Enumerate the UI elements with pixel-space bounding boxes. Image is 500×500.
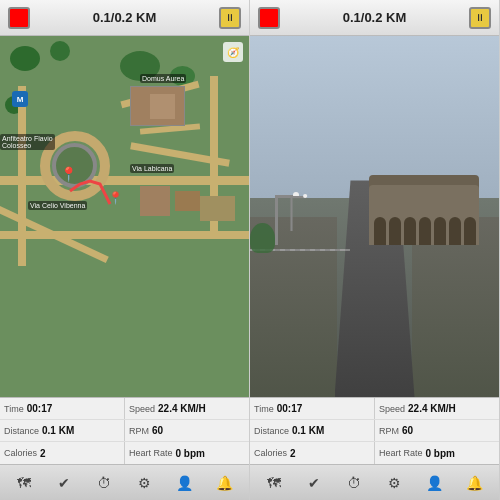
time-cell-right: Time 00:17 — [250, 403, 374, 414]
stats-row-3: Calories 2 Heart Rate 0 bpm — [0, 442, 249, 464]
lamppost-pole-2 — [290, 196, 292, 231]
stop-button[interactable] — [8, 7, 30, 29]
stats-table-left: Time 00:17 Speed 22.4 KM/H Distance 0.1 … — [0, 397, 249, 464]
street-view-area[interactable] — [250, 36, 499, 397]
stats-row-3-right: Calories 2 Heart Rate 0 bpm — [250, 442, 499, 464]
distance-cell-right: Distance 0.1 KM — [250, 425, 374, 436]
settings-icon[interactable]: ⚙ — [131, 469, 159, 497]
distance-display-right: 0.1/0.2 KM — [280, 10, 469, 25]
speed-cell-right: Speed 22.4 KM/H — [375, 403, 499, 414]
timer-icon-r[interactable]: ⏱ — [340, 469, 368, 497]
metro-marker: M — [12, 91, 28, 107]
calories-cell: Calories 2 — [0, 448, 124, 459]
person-icon-r[interactable]: 👤 — [421, 469, 449, 497]
lamp-2 — [303, 194, 307, 198]
stats-row-1: Time 00:17 Speed 22.4 KM/H — [0, 398, 249, 420]
arch-4 — [419, 217, 431, 245]
lamppost — [275, 195, 278, 245]
top-bar-right: 0.1/0.2 KM — [250, 0, 499, 36]
stats-row-1-right: Time 00:17 Speed 22.4 KM/H — [250, 398, 499, 420]
map-label-domus: Domus Aurea — [140, 74, 186, 83]
tree-cluster — [50, 41, 70, 61]
settings-icon-r[interactable]: ⚙ — [381, 469, 409, 497]
heartrate-cell-right: Heart Rate 0 bpm — [375, 448, 499, 459]
bottom-toolbar-right: 🗺 ✔ ⏱ ⚙ 👤 🔔 — [250, 464, 499, 500]
arch-1 — [374, 217, 386, 245]
arch-2 — [389, 217, 401, 245]
sky — [250, 36, 499, 198]
stats-table-right: Time 00:17 Speed 22.4 KM/H Distance 0.1 … — [250, 397, 499, 464]
check-icon[interactable]: ✔ — [50, 469, 78, 497]
street-view-bg — [250, 36, 499, 397]
map-bg: M Anfiteatro FlavioColosseo Domus Aurea … — [0, 36, 249, 397]
rpm-cell-right: RPM 60 — [375, 425, 499, 436]
arch-7 — [464, 217, 476, 245]
check-icon-r[interactable]: ✔ — [300, 469, 328, 497]
route-start-marker: 📍 — [60, 166, 77, 182]
timer-icon[interactable]: ⏱ — [90, 469, 118, 497]
pause-button-left[interactable] — [219, 7, 241, 29]
speed-cell: Speed 22.4 KM/H — [125, 403, 249, 414]
calories-cell-right: Calories 2 — [250, 448, 374, 459]
map-icon[interactable]: 🗺 — [10, 469, 38, 497]
building-block — [175, 191, 200, 211]
tree-left — [250, 223, 275, 253]
route-end-marker: 📍 — [108, 191, 123, 205]
distance-cell: Distance 0.1 KM — [0, 425, 124, 436]
stop-button-right[interactable] — [258, 7, 280, 29]
road — [18, 86, 26, 266]
building-block — [200, 196, 235, 221]
time-cell: Time 00:17 — [0, 403, 124, 414]
heartrate-cell: Heart Rate 0 bpm — [125, 448, 249, 459]
rpm-cell: RPM 60 — [125, 425, 249, 436]
arch-5 — [434, 217, 446, 245]
building-block — [140, 186, 170, 216]
panel-streetview: 0.1/0.2 KM — [250, 0, 500, 500]
lamppost-2 — [290, 196, 292, 231]
colosseum-streetview — [369, 175, 479, 245]
colosseum-body — [369, 185, 479, 245]
arch-6 — [449, 217, 461, 245]
lamppost-pole — [275, 195, 278, 245]
bottom-toolbar-left: 🗺 ✔ ⏱ ⚙ 👤 🔔 — [0, 464, 249, 500]
person-icon[interactable]: 👤 — [171, 469, 199, 497]
map-label-street2: Via Celio Vibenna — [28, 201, 87, 210]
stats-row-2-right: Distance 0.1 KM RPM 60 — [250, 420, 499, 442]
top-bar-left: 0.1/0.2 KM — [0, 0, 249, 36]
compass: 🧭 — [223, 42, 243, 62]
bell-icon-r[interactable]: 🔔 — [461, 469, 489, 497]
map-label-colosseum: Anfiteatro FlavioColosseo — [0, 134, 55, 150]
building-block — [150, 94, 175, 119]
panel-satellite: 0.1/0.2 KM — [0, 0, 250, 500]
arch-3 — [404, 217, 416, 245]
bell-icon[interactable]: 🔔 — [211, 469, 239, 497]
map-label-street1: Via Labicana — [130, 164, 174, 173]
pause-button-right[interactable] — [469, 7, 491, 29]
tree-cluster — [10, 46, 40, 71]
map-icon-r[interactable]: 🗺 — [260, 469, 288, 497]
distance-display-left: 0.1/0.2 KM — [30, 10, 219, 25]
stats-row-2: Distance 0.1 KM RPM 60 — [0, 420, 249, 442]
satellite-map[interactable]: M Anfiteatro FlavioColosseo Domus Aurea … — [0, 36, 249, 397]
